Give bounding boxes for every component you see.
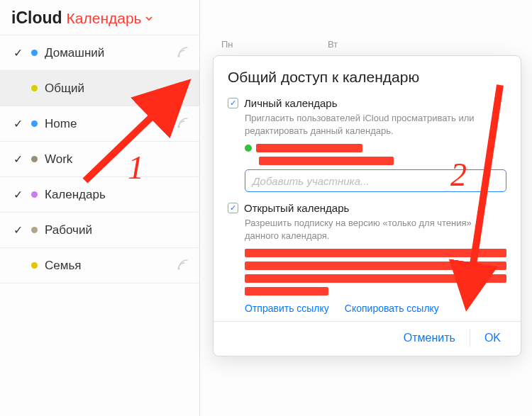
calendar-item[interactable]: ✓Календарь — [0, 177, 199, 213]
brand-label: iCloud — [11, 9, 62, 28]
chevron-down-icon — [145, 14, 153, 23]
private-calendar-desc: Пригласить пользователей iCloud просматр… — [245, 112, 506, 137]
weekday: Вт — [306, 39, 413, 53]
public-calendar-label: Открытый календарь — [244, 202, 349, 214]
calendar-label: Home — [45, 117, 77, 131]
calendar-color-dot — [31, 85, 38, 91]
dropdown-label: Календарь — [67, 10, 142, 27]
sidebar-header: iCloud Календарь — [0, 0, 199, 35]
calendar-item[interactable]: ✓Домашний — [0, 35, 199, 71]
copy-link-button[interactable]: Скопировать ссылку — [345, 303, 439, 314]
svg-point-1 — [177, 90, 179, 92]
calendar-dropdown[interactable]: Календарь — [67, 10, 153, 27]
private-calendar-label: Личный календарь — [244, 97, 338, 109]
add-participant-input[interactable]: Добавить участника... — [245, 169, 506, 192]
calendar-item[interactable]: ✓Work — [0, 142, 199, 177]
check-icon: ✓ — [10, 223, 26, 237]
link-actions: Отправить ссылку Скопировать ссылку — [245, 303, 506, 314]
share-popover: Общий доступ к календарю ✓ Личный календ… — [213, 55, 521, 356]
share-icon[interactable] — [175, 81, 189, 96]
calendar-color-dot — [31, 191, 38, 198]
public-url-redacted — [245, 249, 506, 296]
calendar-color-dot — [31, 227, 38, 233]
share-icon[interactable] — [175, 259, 189, 273]
check-icon: ✓ — [10, 46, 26, 60]
participants-redacted — [245, 144, 506, 165]
checkbox-checked-icon[interactable]: ✓ — [228, 98, 238, 108]
check-icon: ✓ — [10, 188, 26, 201]
calendar-list: ✓ДомашнийОбщий✓Home✓Work✓Календарь✓Рабоч… — [0, 35, 199, 283]
calendar-item[interactable]: ✓Home — [0, 106, 199, 142]
popover-footer: Отменить OK — [214, 321, 521, 356]
calendar-color-dot — [31, 50, 38, 56]
checkbox-checked-icon[interactable]: ✓ — [228, 203, 238, 213]
status-dot-icon — [245, 145, 252, 152]
popover-title: Общий доступ к календарю — [228, 69, 506, 86]
weekday-header: Пн Вт — [200, 39, 532, 53]
check-icon: ✓ — [10, 117, 26, 130]
public-calendar-desc: Разрешить подписку на версию «только для… — [245, 217, 506, 242]
calendar-label: Домашний — [45, 46, 104, 60]
share-icon[interactable] — [175, 46, 189, 60]
ok-button[interactable]: OK — [470, 329, 508, 347]
calendar-color-dot — [31, 120, 38, 127]
svg-point-2 — [177, 125, 179, 128]
check-icon: ✓ — [10, 152, 26, 166]
calendar-label: Work — [45, 152, 72, 167]
svg-point-3 — [177, 267, 179, 269]
cancel-button[interactable]: Отменить — [397, 329, 462, 347]
calendar-label: Общий — [45, 81, 84, 96]
public-calendar-row[interactable]: ✓ Открытый календарь — [228, 202, 506, 214]
calendar-item[interactable]: Семья — [0, 248, 199, 283]
calendar-item[interactable]: ✓Рабочий — [0, 213, 199, 248]
calendar-sidebar: iCloud Календарь ✓ДомашнийОбщий✓Home✓Wor… — [0, 0, 200, 416]
add-participant-placeholder: Добавить участника... — [253, 175, 370, 187]
send-link-button[interactable]: Отправить ссылку — [245, 303, 329, 314]
private-calendar-row[interactable]: ✓ Личный календарь — [228, 97, 506, 109]
calendar-label: Семья — [45, 259, 81, 273]
svg-point-0 — [177, 55, 179, 57]
weekday: Пн — [200, 39, 306, 53]
calendar-item[interactable]: Общий — [0, 71, 199, 106]
calendar-color-dot — [31, 156, 38, 162]
calendar-color-dot — [31, 262, 38, 269]
calendar-label: Календарь — [45, 188, 106, 202]
calendar-label: Рабочий — [45, 223, 92, 237]
share-icon[interactable] — [175, 117, 189, 131]
